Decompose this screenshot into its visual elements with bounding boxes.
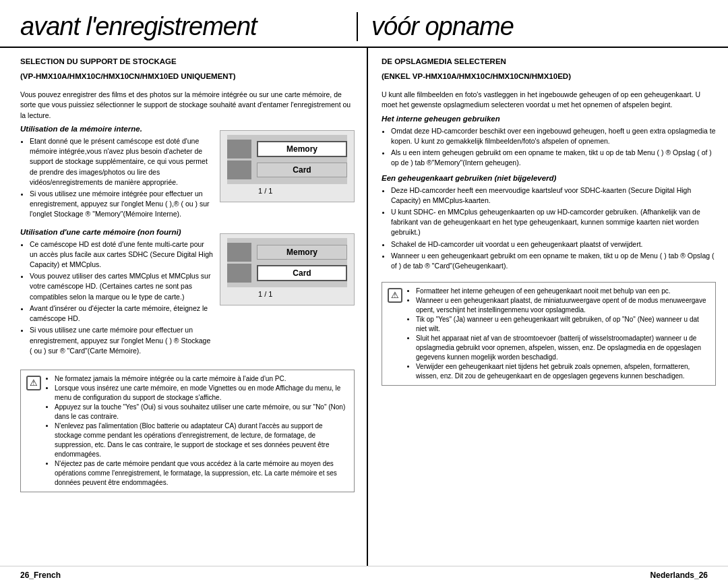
left-title-line1: SELECTION DU SUPPORT DE STOCKAGE [20, 56, 355, 67]
right-column: DE OPSLAGMEDIA SELECTEREN (ENKEL VP-HMX1… [368, 48, 728, 566]
title-left: avant l'enregistrement [20, 12, 357, 41]
right-intro: U kunt alle filmbeelden en foto's vastle… [382, 90, 716, 110]
list-item: Ce caméscope HD est doté d'une fente mul… [30, 239, 213, 270]
left-sub1-title: Utilisation de la mémoire interne. [20, 125, 213, 133]
ui-row-memory-1: Memory [227, 140, 347, 158]
list-item: Avant d'insérer ou d'éjecter la carte mé… [30, 303, 213, 324]
list-item: Si vous utilisez une mémoire intégrée po… [30, 189, 213, 220]
list-item: Si vous utilisez une carte mémoire pour … [30, 325, 213, 356]
note-icon-left: ⚠ [26, 376, 41, 390]
list-item: Appuyez sur la touche "Yes" (Oui) si vou… [55, 403, 348, 421]
list-item: N'éjectez pas de carte mémoire pendant q… [55, 459, 348, 488]
list-item: Omdat deze HD-camcorder beschikt over ee… [391, 126, 716, 146]
ui-label-memory-1: Memory [257, 141, 347, 157]
ui-counter-2: 1 / 1 [227, 290, 347, 298]
right-section-header: DE OPSLAGMEDIA SELECTEREN (ENKEL VP-HMX1… [382, 56, 716, 86]
left-section-header: SELECTION DU SUPPORT DE STOCKAGE (VP-HMX… [20, 56, 355, 86]
left-note-text: Ne formatez jamais la mémoire intégrée o… [47, 374, 348, 488]
ui-row-card-1: Card [227, 160, 347, 179]
page: avant l'enregistrement vóór opname SELEC… [0, 0, 728, 584]
ui-icon-memory-1 [227, 140, 251, 158]
right-title-line2: (ENKEL VP-HMX10A/HMX10C/HMX10CN/HMX10ED) [382, 71, 716, 82]
list-item: Verwijder een geheugenkaart niet tijdens… [416, 362, 710, 381]
list-item: Etant donné que le présent caméscope est… [30, 136, 213, 187]
list-item: Ne formatez jamais la mémoire intégrée o… [55, 374, 348, 384]
list-item: Wanneer u een geheugenkaart plaatst, de … [416, 296, 710, 315]
list-item: Tik op "Yes" (Ja) wanneer u een geheugen… [416, 315, 710, 334]
right-sub2-title: Een geheugenkaart gebruiken (niet bijgel… [382, 174, 716, 182]
right-sub1-list: Omdat deze HD-camcorder beschikt over ee… [391, 126, 716, 170]
ui-icon-memory-2 [227, 243, 251, 262]
footer-right: Nederlands_26 [650, 571, 708, 580]
left-column: SELECTION DU SUPPORT DE STOCKAGE (VP-HMX… [0, 48, 368, 566]
left-sub2-list: Ce caméscope HD est doté d'une fente mul… [30, 239, 213, 356]
right-title-line1: DE OPSLAGMEDIA SELECTEREN [382, 56, 716, 67]
ui-label-memory-2: Memory [257, 245, 347, 260]
list-item: U kunt SDHC- en MMCplus geheugenkaarten … [391, 207, 716, 238]
list-item: Sluit het apparaat niet af van de stroom… [416, 334, 710, 362]
right-note-text: Formatteer het interne geheugen of een g… [408, 287, 710, 381]
footer-left: 26_French [20, 571, 61, 580]
left-sub2-title: Utilisation d'une carte mémoire (non fou… [20, 228, 213, 236]
note-icon-right: ⚠ [388, 288, 402, 303]
title-right: vóór opname [357, 12, 708, 41]
left-text-col-2: Utilisation d'une carte mémoire (non fou… [20, 228, 213, 360]
ui-icon-card-1 [227, 160, 251, 179]
ui-label-card-2: Card [257, 265, 347, 281]
footer: 26_French Nederlands_26 [0, 566, 728, 584]
list-item: Wanneer u een geheugenkaart gebruikt om … [391, 251, 716, 271]
left-sub1-list: Etant donné que le présent caméscope est… [30, 136, 213, 220]
left-text-col: Utilisation de la mémoire interne. Etant… [20, 125, 213, 224]
list-item: Vous pouvez utiliser des cartes MMCplus … [30, 271, 213, 302]
left-title-line2: (VP-HMX10A/HMX10C/HMX10CN/HMX10ED UNIQUE… [20, 71, 355, 82]
list-item: Als u een intern geheugen gebruikt om ee… [391, 148, 716, 168]
ui-row-memory-2: Memory [227, 243, 347, 262]
ui-widget-2-inner: Memory Card [227, 238, 347, 287]
ui-icon-card-2 [227, 264, 251, 283]
right-sub2-list: Deze HD-camcorder heeft een meervoudige … [391, 185, 716, 273]
left-intro: Vous pouvez enregistrer des films et des… [20, 90, 355, 121]
list-item: Schakel de HD-camcorder uit voordat u ee… [391, 239, 716, 250]
ui-widget-1-inner: Memory Card [227, 135, 347, 184]
right-sub1-title: Het interne geheugen gebruiken [382, 115, 716, 123]
left-widget-area: Utilisation de la mémoire interne. Etant… [20, 125, 355, 224]
left-note-box: ⚠ Ne formatez jamais la mémoire intégrée… [20, 370, 355, 492]
list-item: Lorsque vous insérez une carte mémoire, … [55, 384, 348, 403]
ui-row-card-2: Card [227, 264, 347, 283]
left-widget2-col: Memory Card 1 / 1 [220, 228, 355, 360]
right-note-box: ⚠ Formatteer het interne geheugen of een… [382, 282, 716, 386]
list-item: N'enlevez pas l'alimentation (Bloc batte… [55, 421, 348, 459]
ui-widget-1: Memory Card 1 / 1 [220, 130, 355, 202]
left-widget-area-2: Utilisation d'une carte mémoire (non fou… [20, 228, 355, 360]
titles-row: avant l'enregistrement vóór opname [0, 0, 728, 48]
ui-widget-2: Memory Card 1 / 1 [220, 233, 355, 305]
list-item: Deze HD-camcorder heeft een meervoudige … [391, 185, 716, 206]
ui-counter-1: 1 / 1 [227, 187, 347, 195]
list-item: Formatteer het interne geheugen of een g… [416, 287, 710, 296]
left-widget1-col: Memory Card 1 / 1 [220, 125, 355, 224]
content-row: SELECTION DU SUPPORT DE STOCKAGE (VP-HMX… [0, 48, 728, 566]
ui-label-card-1: Card [257, 163, 347, 177]
